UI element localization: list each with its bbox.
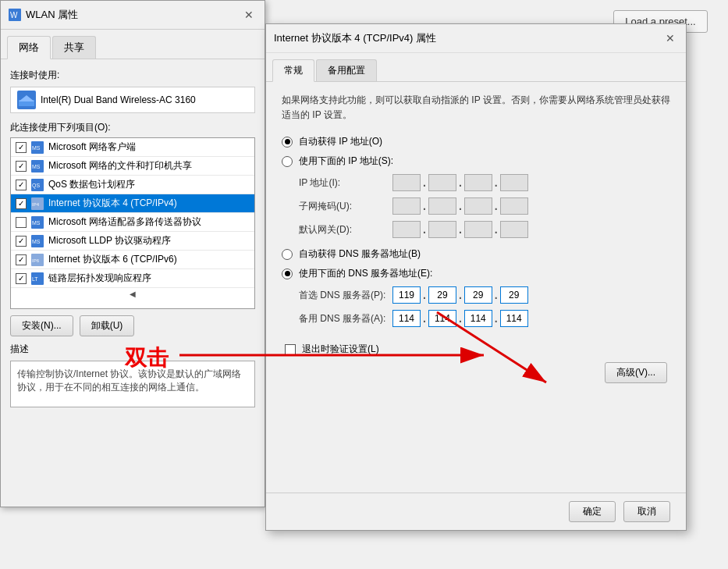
ipv4-tab-general[interactable]: 常规 <box>272 59 314 82</box>
auto-dns-label: 自动获得 DNS 服务器地址(B) <box>299 247 421 261</box>
subnet-octet2[interactable] <box>428 197 456 215</box>
gateway-octet1[interactable] <box>392 221 421 238</box>
preferred-dns-octet2[interactable] <box>428 286 456 304</box>
checkbox-3[interactable] <box>16 198 27 209</box>
checkbox-0[interactable] <box>16 142 27 153</box>
ipv4-tabs: 常规 备用配置 <box>266 53 686 82</box>
wlan-titlebar-left: W WLAN 属性 <box>9 8 78 22</box>
subnet-octet3[interactable] <box>464 197 492 215</box>
list-item-7[interactable]: LT 链路层拓扑发现响应程序 <box>11 269 254 288</box>
connection-label: 连接时使用: <box>10 69 255 82</box>
gateway-octet4[interactable] <box>500 221 528 238</box>
checkbox-2[interactable] <box>16 180 27 190</box>
subnet-inputs[interactable]: . . . <box>392 197 528 215</box>
preferred-dns-octet3[interactable] <box>464 286 492 304</box>
checkbox-7[interactable] <box>16 273 27 284</box>
scroll-arrow[interactable]: ◀ <box>11 288 254 300</box>
confirm-button[interactable]: 确定 <box>569 501 616 522</box>
item-label-4: Microsoft 网络适配器多路传送器协议 <box>48 215 201 229</box>
list-item-6[interactable]: IP6 Internet 协议版本 6 (TCP/IPv6) <box>11 251 254 269</box>
alternate-dns-inputs[interactable]: . . . <box>392 310 528 327</box>
list-item-5[interactable]: MS Microsoft LLDP 协议驱动程序 <box>11 232 254 251</box>
item-icon-0: MS <box>31 141 44 154</box>
svg-text:MS: MS <box>32 220 41 226</box>
item-label-2: QoS 数据包计划程序 <box>48 178 135 191</box>
wlan-icon: W <box>9 9 21 21</box>
manual-dns-row[interactable]: 使用下面的 DNS 服务器地址(E): <box>282 267 670 280</box>
item-label-7: 链路层拓扑发现响应程序 <box>48 272 151 285</box>
manual-ip-row[interactable]: 使用下面的 IP 地址(S): <box>282 155 670 168</box>
ipv4-content: 如果网络支持此功能，则可以获取自动指派的 IP 设置。否则，你需要从网络系统管理… <box>266 82 686 394</box>
ip-octet2[interactable] <box>428 174 456 191</box>
alternate-dns-octet1[interactable] <box>392 310 421 327</box>
wlan-titlebar: W WLAN 属性 ✕ <box>1 1 265 30</box>
list-item-2[interactable]: QS QoS 数据包计划程序 <box>11 176 254 194</box>
svg-text:IP4: IP4 <box>32 202 40 207</box>
wlan-tabs: 网络 共享 <box>1 30 265 59</box>
svg-text:MS: MS <box>32 164 41 169</box>
checkbox-1[interactable] <box>16 161 27 172</box>
item-icon-2: QS <box>31 179 44 191</box>
svg-text:LT: LT <box>32 276 38 282</box>
auto-dns-radio[interactable] <box>282 249 293 260</box>
pdns-dot1: . <box>422 289 427 301</box>
preferred-dns-octet1[interactable] <box>392 286 421 304</box>
connection-item: Intel(R) Dual Band Wireless-AC 3160 <box>10 87 255 113</box>
preferred-dns-row: 首选 DNS 服务器(P): . . . <box>282 286 670 304</box>
advanced-button[interactable]: 高级(V)... <box>605 362 667 383</box>
ip-address-inputs[interactable]: . . . <box>392 174 528 191</box>
ipv4-tab-alternate[interactable]: 备用配置 <box>316 59 377 81</box>
list-item-3[interactable]: IP4 Internet 协议版本 4 (TCP/IPv4) <box>11 194 254 213</box>
items-list[interactable]: MS Microsoft 网络客户端 MS Microsoft 网络的文件和打印… <box>10 137 255 309</box>
wlan-tab-sharing[interactable]: 共享 <box>52 36 96 59</box>
dns-section: 自动获得 DNS 服务器地址(B) 使用下面的 DNS 服务器地址(E): 首选… <box>282 247 670 327</box>
alternate-dns-row: 备用 DNS 服务器(A): . . . <box>282 310 670 327</box>
subnet-octet1[interactable] <box>392 197 421 215</box>
list-item-4[interactable]: MS Microsoft 网络适配器多路传送器协议 <box>11 213 254 232</box>
install-button[interactable]: 安装(N)... <box>10 315 73 336</box>
item-label-3: Internet 协议版本 4 (TCP/IPv4) <box>48 197 177 210</box>
manual-dns-radio[interactable] <box>282 268 293 279</box>
checkbox-4[interactable] <box>16 217 27 228</box>
list-item-1[interactable]: MS Microsoft 网络的文件和打印机共享 <box>11 157 254 176</box>
checkbox-5[interactable] <box>16 236 27 247</box>
uninstall-button[interactable]: 卸载(U) <box>80 315 135 336</box>
manual-ip-label: 使用下面的 IP 地址(S): <box>299 155 393 168</box>
ipv4-close-button[interactable]: ✕ <box>662 30 678 46</box>
auto-ip-radio[interactable] <box>282 137 293 148</box>
verify-checkbox[interactable] <box>285 344 296 355</box>
ipv4-description: 如果网络支持此功能，则可以获取自动指派的 IP 设置。否则，你需要从网络系统管理… <box>282 93 670 123</box>
ip-dot1: . <box>422 176 427 189</box>
ip-octet1[interactable] <box>392 174 421 191</box>
annotation-double-click: 双击 <box>125 343 169 373</box>
dialog-buttons: 确定 取消 <box>266 493 686 530</box>
alternate-dns-octet3[interactable] <box>464 310 492 327</box>
wlan-close-button[interactable]: ✕ <box>241 7 257 23</box>
alternate-dns-octet4[interactable] <box>500 310 528 327</box>
checkbox-6[interactable] <box>16 254 27 265</box>
wlan-tab-network[interactable]: 网络 <box>7 36 51 59</box>
preferred-dns-inputs[interactable]: . . . <box>392 286 528 304</box>
alternate-dns-octet2[interactable] <box>428 310 456 327</box>
auto-ip-label: 自动获得 IP 地址(O) <box>299 135 382 148</box>
wlan-title: WLAN 属性 <box>26 8 78 22</box>
gateway-octet2[interactable] <box>428 221 456 238</box>
auto-ip-row[interactable]: 自动获得 IP 地址(O) <box>282 135 670 148</box>
list-item-0[interactable]: MS Microsoft 网络客户端 <box>11 138 254 157</box>
subnet-label: 子网掩码(U): <box>299 200 392 213</box>
manual-ip-radio[interactable] <box>282 156 293 167</box>
ip-octet4[interactable] <box>500 174 528 191</box>
verify-checkbox-row[interactable]: 退出时验证设置(L) <box>282 343 670 356</box>
svg-text:IP6: IP6 <box>32 258 40 263</box>
ip-octet3[interactable] <box>464 174 492 191</box>
gateway-dot3: . <box>494 223 499 236</box>
gateway-octet3[interactable] <box>464 221 492 238</box>
manual-dns-label: 使用下面的 DNS 服务器地址(E): <box>299 267 432 280</box>
ip-address-row: IP 地址(I): . . . <box>282 174 670 191</box>
subnet-octet4[interactable] <box>500 197 528 215</box>
cancel-button[interactable]: 取消 <box>623 501 670 522</box>
auto-dns-row[interactable]: 自动获得 DNS 服务器地址(B) <box>282 247 670 261</box>
subnet-dot2: . <box>458 200 463 212</box>
preferred-dns-octet4[interactable] <box>500 286 528 304</box>
gateway-inputs[interactable]: . . . <box>392 221 528 238</box>
